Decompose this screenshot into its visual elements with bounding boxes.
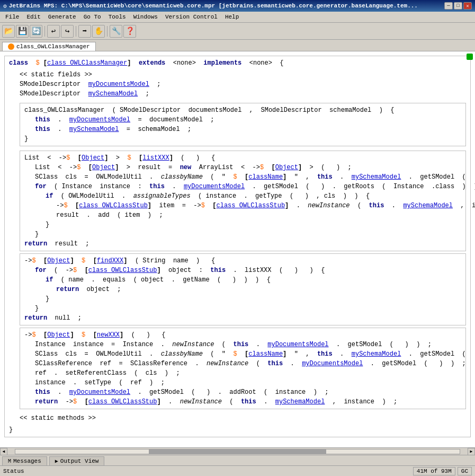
- list-method-block: List < ->$ [Object] > $ [listXXX] ( ) { …: [20, 151, 466, 251]
- find-return-object: return object ;: [56, 285, 461, 294]
- gc-button[interactable]: GC: [458, 467, 472, 475]
- toolbar-sep-3: [107, 26, 107, 37]
- maximize-button[interactable]: □: [454, 2, 462, 10]
- menu-edit[interactable]: Edit: [23, 13, 43, 21]
- constructor-body: this . myDocumentsModel = documentsModel…: [35, 115, 461, 134]
- menu-windows[interactable]: Windows: [130, 13, 161, 21]
- ctor-line2: this . mySchemaModel = schemaModel ;: [35, 125, 461, 134]
- list-for-stmt: for ( Instance instance : this . myDocum…: [35, 182, 461, 191]
- new-return: return ->$ [class_OWLClassStub] . newIns…: [35, 397, 461, 407]
- static-fields-header: << static fields >>: [20, 70, 466, 80]
- list-if-stmt: if ( OWLModelUtil . assignableTypes ( in…: [46, 191, 461, 201]
- ctor-close: }: [24, 134, 461, 144]
- class-close: }: [9, 425, 466, 435]
- find-return-null: return null ;: [24, 313, 461, 323]
- constructor-decl: class_OWLClassManager ( SModelDescriptor…: [24, 105, 461, 115]
- horizontal-scrollbar[interactable]: ◀ ▶: [0, 447, 475, 455]
- list-method-body: List < ->$ [Object] > result = new Array…: [35, 163, 461, 239]
- new-add-root: this . myDocumentsModel . getSModel ( ) …: [35, 387, 461, 397]
- settings-button[interactable]: 🔧: [110, 25, 122, 38]
- find-method-decl: ->$ [Object] $ [findXXX] ( String name )…: [24, 256, 461, 266]
- menu-tools[interactable]: Tools: [105, 13, 129, 21]
- find-if-stmt: if ( name . equals ( object . getName ( …: [46, 275, 461, 285]
- list-if-body: ->$ [class_OWLClassStub] item = ->$ [cla…: [56, 201, 461, 220]
- static-fields-section: << static fields >> SModelDescriptor myD…: [20, 70, 466, 99]
- messages-tab[interactable]: M Messages: [2, 456, 47, 465]
- menu-generate[interactable]: Generate: [45, 13, 79, 21]
- scrollbar-track[interactable]: [15, 449, 460, 454]
- messages-tab-label: Messages: [13, 458, 41, 464]
- status-indicator: [467, 54, 473, 60]
- menu-bar: File Edit Generate Go To Tools Windows V…: [0, 12, 475, 23]
- close-button[interactable]: ✕: [463, 2, 472, 10]
- redo-button[interactable]: ↪: [61, 25, 74, 38]
- find-for-body: if ( name . equals ( object . getName ( …: [46, 275, 461, 304]
- tab-icon: [8, 43, 14, 50]
- toolbar-sep-2: [76, 26, 76, 37]
- main-container: ⚙ JetBrains MPS: C:\MPS\SemanticWeb\core…: [0, 0, 475, 476]
- constructor-block: class_OWLClassManager ( SModelDescriptor…: [20, 103, 466, 146]
- scrollbar-thumb[interactable]: [149, 449, 327, 454]
- list-method-section: List < ->$ [Object] > $ [listXXX] ( ) { …: [20, 151, 466, 251]
- messages-icon: M: [8, 459, 11, 464]
- list-add-stmt: result . add ( item ) ;: [56, 210, 461, 220]
- new-ref-decl: SClassReference ref = SClassReference . …: [35, 359, 461, 368]
- list-item-decl: ->$ [class_OWLClassStub] item = ->$ [cla…: [56, 201, 461, 210]
- toolbar: 📂 💾 🔄 ↩ ↪ ➡ ✋ 🔧 ❓: [0, 23, 475, 40]
- find-method-block: ->$ [Object] $ [findXXX] ( String name )…: [20, 253, 466, 325]
- open-button[interactable]: 📂: [2, 25, 15, 38]
- new-method-decl: ->$ [Object] $ [newXXX] ( ) {: [24, 330, 461, 340]
- list-method-decl: List < ->$ [Object] > $ [listXXX] ( ) {: [24, 153, 461, 163]
- editor-area[interactable]: class $ [class_OWLClassManager] extends …: [0, 51, 475, 445]
- help-button[interactable]: ❓: [123, 25, 136, 38]
- field-mySchemaModel: SModelDescriptor mySchemaModel ;: [20, 89, 466, 99]
- new-method-section: ->$ [Object] $ [newXXX] ( ) { Instance i…: [20, 328, 466, 409]
- constructor-inner-block: class_OWLClassManager ( SModelDescriptor…: [20, 103, 466, 146]
- field-myDocumentsModel: SModelDescriptor myDocumentsModel ;: [20, 80, 466, 89]
- save-button[interactable]: 💾: [16, 25, 29, 38]
- list-cls-decl: SClass cls = OWLModelUtil . classbyName …: [35, 172, 461, 182]
- minimize-button[interactable]: —: [444, 2, 453, 10]
- stop-button[interactable]: ✋: [92, 25, 105, 38]
- scroll-left-button[interactable]: ◀: [0, 448, 7, 455]
- static-methods-section: << static methods >>: [20, 413, 466, 423]
- sync-button[interactable]: 🔄: [30, 25, 42, 38]
- static-methods-header: << static methods >>: [20, 413, 466, 423]
- window-title: JetBrains MPS: C:\MPS\SemanticWeb\core\s…: [9, 3, 418, 9]
- class-decl-line: class $ [class_OWLClassManager] extends …: [9, 58, 466, 68]
- list-result-decl: List < ->$ [Object] > result = new Array…: [35, 163, 461, 172]
- output-tab-label: Output View: [60, 458, 99, 464]
- undo-button[interactable]: ↩: [47, 25, 60, 38]
- output-icon: ▶: [55, 458, 58, 464]
- list-return: return result ;: [24, 239, 461, 249]
- new-instance-decl: Instance instance = Instance . newInstan…: [35, 340, 461, 349]
- find-for-close: }: [35, 304, 461, 313]
- menu-file[interactable]: File: [2, 13, 22, 21]
- find-if-close: }: [46, 294, 461, 304]
- title-bar-controls: — □ ✕: [444, 2, 472, 10]
- tab-label: class_OWLClassManager: [16, 43, 90, 50]
- find-method-body: for ( ->$ [class_OWLClassStub] object : …: [35, 266, 461, 313]
- list-for-body: if ( OWLModelUtil . assignableTypes ( in…: [46, 191, 461, 230]
- find-method-section: ->$ [Object] $ [findXXX] ( String name )…: [20, 253, 466, 325]
- new-method-body: Instance instance = Instance . newInstan…: [35, 340, 461, 407]
- menu-help[interactable]: Help: [222, 13, 242, 21]
- list-for-close: }: [35, 230, 461, 239]
- navigate-button[interactable]: ➡: [78, 25, 91, 38]
- find-for-stmt: for ( ->$ [class_OWLClassStub] object : …: [35, 266, 461, 275]
- menu-goto[interactable]: Go To: [80, 13, 104, 21]
- class-declaration-block: class $ [class_OWLClassManager] extends …: [4, 56, 471, 437]
- title-bar: ⚙ JetBrains MPS: C:\MPS\SemanticWeb\core…: [0, 0, 475, 12]
- tab-bar: class_OWLClassManager: [0, 40, 475, 51]
- memory-indicator[interactable]: 41M of 93M: [413, 467, 455, 475]
- title-bar-left: ⚙ JetBrains MPS: C:\MPS\SemanticWeb\core…: [3, 3, 418, 10]
- menu-vcs[interactable]: Version Control: [162, 13, 221, 21]
- ctor-line1: this . myDocumentsModel = documentsModel…: [35, 115, 461, 125]
- editor-container: class $ [class_OWLClassManager] extends …: [0, 51, 475, 447]
- find-if-body: return object ;: [56, 285, 461, 294]
- editor-tab[interactable]: class_OWLClassManager: [2, 42, 96, 51]
- output-view-tab[interactable]: ▶ Output View: [49, 456, 105, 465]
- list-if-close: }: [46, 220, 461, 230]
- scroll-right-button[interactable]: ▶: [468, 448, 475, 455]
- app-icon: ⚙: [3, 3, 7, 10]
